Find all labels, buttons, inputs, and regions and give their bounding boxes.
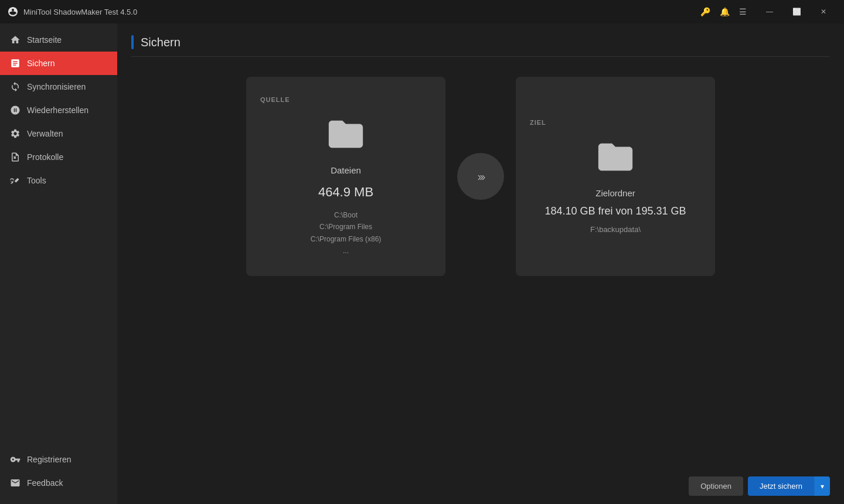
sidebar-item-synchronisieren[interactable]: Synchronisieren	[0, 75, 117, 98]
sidebar-label-feedback: Feedback	[27, 478, 63, 488]
target-type-name: Zielordner	[595, 188, 635, 198]
source-path-2: C:\Program Files	[311, 221, 382, 233]
source-folder-icon	[322, 114, 369, 157]
arrow-connector: ›››	[457, 153, 504, 200]
sidebar-item-registrieren[interactable]: Registrieren	[0, 448, 117, 471]
page-title: Sichern	[141, 36, 181, 49]
bell-title-icon[interactable]: 🔔	[720, 7, 730, 16]
source-card-inner: QUELLE Dateien 464.9 MB C:\Boot C:\Progr…	[260, 96, 431, 257]
sidebar-label-sichern: Sichern	[27, 59, 55, 68]
page-title-bar: Sichern	[131, 35, 830, 57]
app-logo-icon	[7, 6, 19, 18]
action-bar: Optionen Jetzt sichern ▾	[117, 468, 844, 504]
window-controls: — ⬜ ✕	[756, 0, 837, 23]
target-path: F:\backupdata\	[590, 225, 641, 234]
backup-dropdown-button[interactable]: ▾	[814, 476, 830, 496]
target-free-space-text: 184.10 GB frei von 195.31 GB	[544, 205, 686, 217]
app-title: MiniTool ShadowMaker Test 4.5.0	[23, 8, 700, 16]
sidebar-label-synchronisieren: Synchronisieren	[27, 82, 86, 91]
sidebar-item-protokolle[interactable]: Protokolle	[0, 145, 117, 169]
sidebar-label-registrieren: Registrieren	[27, 455, 71, 464]
target-card-inner: ZIEL Zielordner 184.10 GB frei von 195.3…	[530, 119, 701, 233]
sidebar-label-protokolle: Protokolle	[27, 152, 63, 162]
app-body: Startseite Sichern Synchronisieren Wiede…	[0, 23, 844, 504]
sidebar-item-tools[interactable]: Tools	[0, 169, 117, 192]
sidebar-label-tools: Tools	[27, 176, 46, 185]
sidebar: Startseite Sichern Synchronisieren Wiede…	[0, 23, 117, 504]
home-icon	[9, 34, 21, 46]
arrow-icon: ›››	[478, 170, 484, 183]
source-card[interactable]: QUELLE Dateien 464.9 MB C:\Boot C:\Progr…	[246, 77, 445, 276]
sidebar-item-sichern[interactable]: Sichern	[0, 52, 117, 75]
maximize-button[interactable]: ⬜	[783, 0, 810, 23]
source-paths: C:\Boot C:\Program Files C:\Program File…	[311, 209, 382, 257]
backup-button-group: Jetzt sichern ▾	[748, 476, 830, 496]
title-controls: 🔑 🔔 ☰	[700, 7, 747, 16]
target-folder-icon	[592, 137, 639, 180]
backup-icon	[9, 57, 21, 69]
target-label: ZIEL	[530, 119, 546, 126]
source-path-more: ...	[311, 245, 382, 257]
options-button[interactable]: Optionen	[689, 476, 743, 496]
source-path-3: C:\Program Files (x86)	[311, 233, 382, 245]
source-type-name: Dateien	[331, 165, 361, 175]
sidebar-item-verwalten[interactable]: Verwalten	[0, 122, 117, 145]
minimize-button[interactable]: —	[756, 0, 783, 23]
logs-icon	[9, 151, 21, 163]
restore-icon	[9, 104, 21, 116]
sidebar-label-startseite: Startseite	[27, 35, 62, 45]
sidebar-bottom: Registrieren Feedback	[0, 448, 117, 504]
mail-icon	[9, 477, 21, 489]
menu-title-icon[interactable]: ☰	[739, 7, 747, 16]
key-title-icon[interactable]: 🔑	[700, 7, 710, 16]
title-accent	[131, 35, 134, 49]
sidebar-item-feedback[interactable]: Feedback	[0, 471, 117, 495]
sidebar-item-wiederherstellen[interactable]: Wiederherstellen	[0, 98, 117, 122]
manage-icon	[9, 128, 21, 139]
titlebar: MiniTool ShadowMaker Test 4.5.0 🔑 🔔 ☰ — …	[0, 0, 844, 23]
main-content: Sichern QUELLE Dateien 464.9 MB C:\Boot	[117, 23, 844, 504]
target-free-space: 184.10 GB frei von 195.31 GB	[544, 204, 686, 219]
source-size: 464.9 MB	[318, 185, 373, 200]
sidebar-label-verwalten: Verwalten	[27, 129, 63, 138]
cards-row: QUELLE Dateien 464.9 MB C:\Boot C:\Progr…	[131, 77, 830, 276]
close-button[interactable]: ✕	[810, 0, 837, 23]
target-card[interactable]: ZIEL Zielordner 184.10 GB frei von 195.3…	[516, 77, 715, 276]
sidebar-label-wiederherstellen: Wiederherstellen	[27, 105, 89, 115]
key-icon	[9, 454, 21, 465]
sync-icon	[9, 81, 21, 93]
backup-now-button[interactable]: Jetzt sichern	[748, 476, 814, 496]
sidebar-item-startseite[interactable]: Startseite	[0, 28, 117, 52]
source-path-1: C:\Boot	[311, 209, 382, 221]
tools-icon	[9, 175, 21, 186]
source-label: QUELLE	[260, 96, 290, 103]
